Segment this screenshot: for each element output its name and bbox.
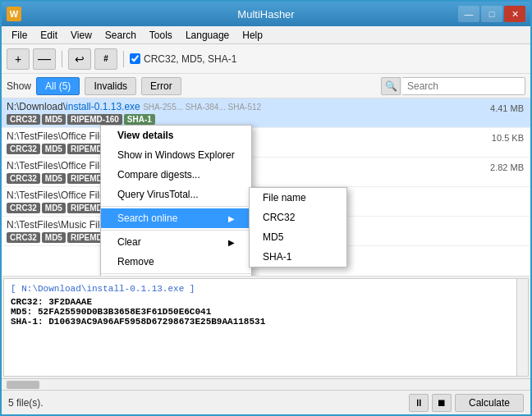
statusbar-controls: ⏸ ⏹ Calculate <box>409 394 524 412</box>
toolbar-sep2 <box>123 51 124 67</box>
context-show-explorer[interactable]: Show in Windows Explorer <box>101 145 251 165</box>
table-row[interactable]: N:\TestFiles\Office Files\1DN_6416-06-07… <box>2 158 530 187</box>
pause-button[interactable]: ⏸ <box>409 394 429 412</box>
search-input[interactable] <box>402 77 525 95</box>
menu-edit[interactable]: Edit <box>34 28 64 43</box>
main-window: W MultiHasher — □ ✕ File Edit View Searc… <box>0 0 532 416</box>
context-virustotal[interactable]: Query VirusTotal... <box>101 185 251 204</box>
submenu-md5[interactable]: MD5 <box>250 227 346 247</box>
context-refresh[interactable]: Refresh <box>101 276 251 277</box>
menu-file[interactable]: File <box>5 28 34 43</box>
filter-all[interactable]: All (5) <box>36 77 80 95</box>
file-tags: CRC32 MD5 RIPEMD-160 SHA-1 <box>7 173 525 184</box>
detail-md5: MD5: 52FA25590D0B3B3658E3F61D50E6C041 <box>11 307 521 317</box>
detail-title: [ N:\Download\install-0.1.13.exe ] <box>11 284 521 294</box>
menu-help[interactable]: Help <box>236 28 269 43</box>
main-area: N:\Download\install-0.1.13.exe SHA-255..… <box>2 98 530 390</box>
close-button[interactable]: ✕ <box>504 6 525 22</box>
table-row[interactable]: N:\Download\install-0.1.13.exe SHA-255..… <box>2 98 530 128</box>
filter-error[interactable]: Error <box>141 77 181 95</box>
clear-arrow: ▶ <box>228 238 235 247</box>
back-button[interactable]: ↩ <box>68 48 91 70</box>
menu-tools[interactable]: Tools <box>143 28 179 43</box>
context-clear[interactable]: Clear ▶ <box>101 232 251 252</box>
window-title: MultiHasher <box>237 8 294 21</box>
statusbar: 5 file(s). ⏸ ⏹ Calculate <box>2 390 530 414</box>
menu-language[interactable]: Language <box>179 28 236 43</box>
submenu-crc32[interactable]: CRC32 <box>250 208 346 227</box>
detail-panel: [ N:\Download\install-0.1.13.exe ] CRC32… <box>3 278 529 377</box>
filter-invalids[interactable]: Invalids <box>85 77 136 95</box>
file-count: 5 file(s). <box>8 397 44 409</box>
context-sep2 <box>101 230 251 231</box>
file-path: N:\Download\install-0.1.13.exe SHA-255..… <box>7 101 525 112</box>
detail-sha1: SHA-1: D10639AC9A96AF5958D67298673E25B9A… <box>11 317 521 327</box>
detail-scrollbar[interactable] <box>516 279 528 376</box>
hscroll-bar[interactable] <box>2 378 530 390</box>
add-button[interactable]: + <box>7 48 30 70</box>
app-icon: W <box>7 7 21 21</box>
minimize-button[interactable]: — <box>458 6 479 22</box>
hash-button[interactable]: # <box>94 48 117 70</box>
show-label: Show <box>7 80 31 92</box>
submenu: File name CRC32 MD5 SHA-1 <box>249 187 347 267</box>
toolbar: + — ↩ # CRC32, MD5, SHA-1 <box>2 44 530 74</box>
toolbar-sep1 <box>62 51 62 67</box>
file-tags: CRC32 MD5 RIPEMD-160 SHA-1 <box>7 114 525 125</box>
titlebar: W MultiHasher — □ ✕ <box>2 2 530 26</box>
context-view-details[interactable]: View details <box>101 126 251 145</box>
context-sep3 <box>101 273 251 274</box>
maximize-button[interactable]: □ <box>481 6 502 22</box>
hash-checkbox[interactable] <box>130 53 140 64</box>
hash-label: CRC32, MD5, SHA-1 <box>144 53 236 65</box>
context-remove[interactable]: Remove <box>101 252 251 272</box>
submenu-sha1[interactable]: SHA-1 <box>250 247 346 267</box>
file-list[interactable]: N:\Download\install-0.1.13.exe SHA-255..… <box>2 98 530 277</box>
context-search-online[interactable]: Search online ▶ <box>101 208 251 228</box>
stop-button[interactable]: ⏹ <box>432 394 452 412</box>
menubar: File Edit View Search Tools Language Hel… <box>2 26 530 44</box>
file-path: N:\TestFiles\Office Files\1DN_6416-06-07… <box>7 160 525 171</box>
submenu-arrow: ▶ <box>228 214 235 223</box>
menu-view[interactable]: View <box>64 28 99 43</box>
filterbar: Show All (5) Invalids Error 🔍 <box>2 74 530 98</box>
window-controls: — □ ✕ <box>458 6 525 22</box>
detail-crc32: CRC32: 3F2DAAAE <box>11 297 521 307</box>
remove-button[interactable]: — <box>33 48 56 70</box>
file-path: N:\TestFiles\Office Files\Customers.csv <box>7 130 525 142</box>
calculate-button[interactable]: Calculate <box>455 394 524 412</box>
context-sep1 <box>101 206 251 207</box>
menu-search[interactable]: Search <box>99 28 143 43</box>
file-tags: CRC32 MD5 RIPEMD-160 SHA-1 SHA <box>7 144 525 154</box>
hash-options: CRC32, MD5, SHA-1 <box>130 53 236 65</box>
context-menu: View details Show in Windows Explorer Co… <box>100 125 252 277</box>
search-icon-button[interactable]: 🔍 <box>381 77 401 95</box>
submenu-filename[interactable]: File name <box>250 188 346 208</box>
hscroll-thumb[interactable] <box>7 381 39 389</box>
table-row[interactable]: N:\TestFiles\Office Files\Customers.csv … <box>2 128 530 158</box>
context-compare[interactable]: Compare digests... <box>101 165 251 185</box>
search-area: 🔍 <box>381 77 525 95</box>
